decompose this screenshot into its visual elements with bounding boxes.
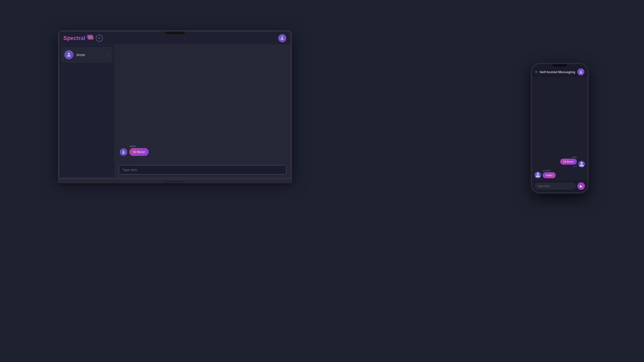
svg-point-3 — [68, 53, 70, 55]
app-logo: Spectral — [63, 34, 94, 42]
svg-point-4 — [123, 151, 124, 152]
app-body: Jesse ⋮ — [59, 45, 290, 177]
laptop-screen: Spectral + — [59, 32, 290, 177]
phone-input-area: ▶ — [532, 181, 587, 192]
sidebar-item-jesse[interactable]: Jesse ⋮ — [61, 47, 112, 63]
phone-header-avatar[interactable] — [577, 68, 584, 75]
plus-icon: + — [98, 36, 100, 40]
svg-point-5 — [580, 70, 582, 72]
message-avatar-jesse — [120, 148, 127, 156]
message-group-incoming: jesse Hi there! — [120, 145, 285, 156]
laptop-hinge — [165, 181, 185, 182]
phone-bubble-incoming: Hello! — [543, 172, 556, 178]
phone-message-text-incoming: Hello! — [546, 174, 553, 177]
phone-chat-area: jesse Hi there! sent — [532, 77, 587, 181]
header-user-avatar[interactable] — [278, 34, 286, 42]
chat-messages: jesse Hi there! — [115, 45, 290, 163]
svg-point-7 — [537, 173, 539, 175]
phone-sender-name-jesse: jesse — [572, 156, 577, 158]
sidebar: Jesse ⋮ — [59, 45, 115, 177]
phone-message-content-sent: jesse Hi there! sent — [560, 156, 577, 167]
contact-name-jesse: Jesse — [76, 53, 105, 57]
phone-device: ≡ Self-hosted Messaging — [531, 63, 589, 194]
phone-send-button[interactable]: ▶ — [577, 182, 585, 190]
send-icon: ▶ — [580, 184, 582, 188]
phone-notch — [552, 64, 567, 67]
laptop-base — [58, 179, 292, 183]
contact-avatar-jesse — [64, 50, 73, 59]
phone-msg-avatar-jesse — [578, 161, 585, 167]
phone-msg-avatar-iann — [535, 172, 541, 178]
phone-menu-icon[interactable]: ≡ — [535, 70, 537, 74]
message-content-jesse: jesse Hi there! — [129, 145, 149, 156]
phone-sent-status: sent — [573, 165, 577, 167]
chat-area: jesse Hi there! — [115, 45, 290, 177]
laptop-stand — [58, 183, 292, 185]
phone-bubble-outgoing: Hi there! — [560, 159, 577, 165]
phone-sender-name-iann: iann1837 — [543, 169, 551, 172]
chat-bubble-icon — [87, 34, 94, 42]
new-chat-button[interactable]: + — [96, 35, 103, 42]
phone-screen: ≡ Self-hosted Messaging — [532, 64, 587, 192]
chat-input[interactable] — [119, 165, 286, 174]
phone-message-content-incoming: iann1837 Hello! — [543, 169, 556, 178]
message-bubble-incoming: Hi there! — [129, 148, 149, 156]
phone-message-group-sent: jesse Hi there! sent — [535, 156, 585, 167]
laptop-device: Spectral + — [58, 30, 292, 185]
chat-input-area — [115, 163, 290, 177]
message-text: Hi there! — [133, 150, 145, 154]
app-name: Spectral — [63, 35, 85, 41]
phone-body: ≡ Self-hosted Messaging — [531, 63, 589, 194]
laptop-notch — [165, 32, 185, 34]
phone-chat-input[interactable] — [535, 183, 576, 190]
svg-rect-1 — [88, 36, 94, 40]
svg-point-2 — [281, 36, 283, 38]
phone-message-text-sent: Hi there! — [563, 160, 574, 163]
message-sender-label: jesse — [130, 145, 136, 148]
phone-title: Self-hosted Messaging — [539, 70, 575, 74]
laptop-screen-bezel: Spectral + — [58, 30, 292, 179]
svg-point-6 — [581, 162, 583, 164]
contact-menu-icon[interactable]: ⋮ — [105, 53, 109, 57]
phone-message-group-incoming: iann1837 Hello! — [535, 169, 585, 178]
